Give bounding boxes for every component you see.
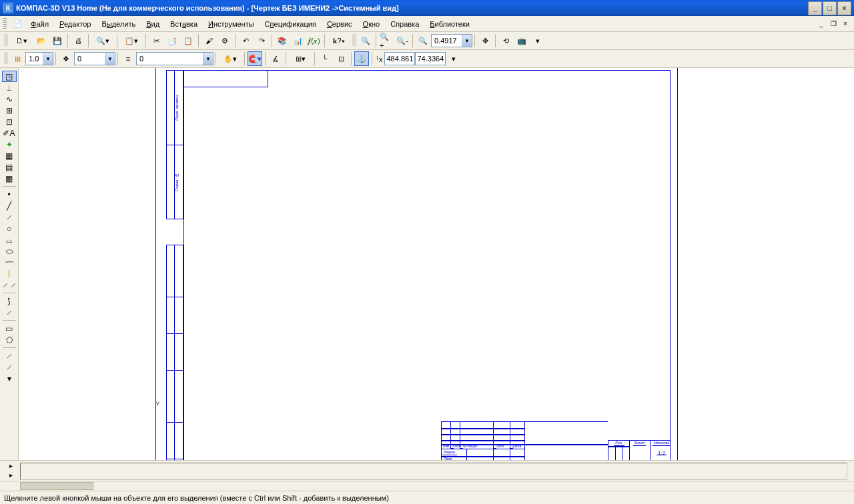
minimize-button[interactable]: _ (808, 1, 822, 15)
circle-button[interactable]: ○ (2, 223, 17, 234)
ellipse-button[interactable]: ⬭ (2, 245, 17, 257)
property-tab-2[interactable]: ▸ (4, 471, 17, 481)
menu-editor[interactable]: Редактор (54, 18, 96, 30)
menu-spec[interactable]: Спецификация (260, 18, 322, 30)
geometry-panel-button[interactable]: ◳ (2, 71, 17, 82)
copy-button[interactable]: 📑 (165, 33, 179, 48)
layer-combo[interactable]: 0 ▼ (74, 52, 115, 65)
zoom-window-button[interactable]: 🔍 (358, 33, 373, 48)
more-button[interactable]: ▾ (446, 51, 461, 66)
state-button[interactable]: ⊞ (10, 51, 25, 66)
close-button[interactable]: × (837, 1, 851, 15)
insert-panel-button[interactable]: ▦ (2, 173, 17, 184)
line-button[interactable]: ╱ (2, 200, 17, 211)
title-block[interactable]: Изм Лист № докум. Подп. Дата (441, 421, 671, 460)
property-scrollbar[interactable] (0, 481, 854, 491)
manager-button[interactable]: 📊 (291, 33, 306, 48)
more-button[interactable]: ▾ (530, 33, 545, 48)
bezier-button[interactable]: ⦚ (2, 268, 17, 279)
menu-service[interactable]: Сервис (322, 18, 358, 30)
rectangle-button[interactable]: ▭ (2, 323, 17, 334)
maximize-button[interactable]: □ (823, 1, 837, 15)
zoom-dynamic-button[interactable]: 🔍 (416, 33, 430, 48)
ortho-button[interactable]: └ (318, 51, 332, 66)
menu-view[interactable]: Вид (141, 18, 165, 30)
arc-button[interactable]: ⌓ (2, 234, 17, 245)
variables-button[interactable]: 𝒇(𝒙) (307, 33, 322, 48)
dimension-button[interactable]: ∡ (268, 51, 283, 66)
separator (412, 34, 413, 47)
menu-file[interactable]: ФФайлайл (25, 18, 54, 30)
select-panel-button[interactable]: ✦ (2, 139, 17, 150)
hatch-button[interactable]: ⟋⟋ (2, 279, 17, 291)
properties-button[interactable]: ⚙ (218, 33, 232, 48)
paste-button[interactable]: 📋 (181, 33, 195, 48)
separator (265, 52, 266, 65)
mdi-minimize-button[interactable]: _ (816, 19, 827, 29)
zoom-out-button[interactable]: 🔍- (395, 33, 410, 48)
open-button[interactable]: 📂 (34, 33, 49, 48)
round-button[interactable]: ⊡ (334, 51, 348, 66)
scroll-thumb[interactable] (20, 482, 93, 490)
dropdown-arrow-icon[interactable]: ▼ (43, 53, 53, 65)
measure-panel-button[interactable]: ✐A (2, 127, 17, 139)
chamfer-button[interactable]: ⟋ (2, 307, 17, 318)
dropdown-arrow-icon[interactable]: ▼ (203, 53, 213, 65)
preview-button[interactable]: 🔍▾ (91, 33, 114, 48)
menu-window[interactable]: Окно (358, 18, 386, 30)
spline-button[interactable]: 〰 (2, 257, 17, 268)
menu-select[interactable]: Выделить (96, 18, 141, 30)
scale-combo[interactable]: 1.0 ▼ (25, 52, 53, 65)
cut-button[interactable]: ✂ (149, 33, 163, 48)
aux-line-button[interactable]: ⟋ (2, 211, 17, 223)
params-panel-button[interactable]: ⊡ (2, 116, 17, 127)
local-cs-button[interactable]: ⚓ (354, 51, 369, 66)
copy-props-button[interactable]: 🖌 (201, 33, 216, 48)
help-button[interactable]: 𝐤?▾ (328, 33, 350, 48)
symbols-panel-button[interactable]: ∿ (2, 93, 17, 105)
pan-button[interactable]: ✥ (478, 33, 492, 48)
undo-button[interactable]: ↶ (238, 33, 253, 48)
collect-button[interactable]: ▾ (2, 373, 17, 384)
dimensions-panel-button[interactable]: ⟂ (2, 82, 17, 93)
polygon-button[interactable]: ⬠ (2, 334, 17, 345)
axis-y-icon: ⋎ (155, 400, 160, 407)
refresh-button[interactable]: 📺 (514, 33, 529, 48)
equidist-button[interactable]: ⟋ (2, 361, 17, 373)
doc-icon[interactable]: 📄 (10, 17, 25, 31)
grid-button[interactable]: ⊞▾ (289, 51, 312, 66)
property-tab-1[interactable]: ▸ (4, 462, 17, 471)
zoom-combo[interactable]: 0.4917 ▼ (431, 34, 472, 47)
coord-y-field[interactable]: 74.3364 (415, 52, 446, 65)
save-button[interactable]: 💾 (50, 33, 65, 48)
menu-insert[interactable]: Вставка (165, 18, 203, 30)
props-button[interactable]: 📋▾ (120, 33, 143, 48)
menu-tools[interactable]: Инструменты (203, 18, 260, 30)
stop-button[interactable]: ✋▾ (219, 51, 242, 66)
menu-libs[interactable]: Библиотеки (424, 18, 475, 30)
coord-x-field[interactable]: 484.861 (384, 52, 415, 65)
drawing-canvas[interactable]: Перв. примен. Справ. № (19, 68, 854, 460)
point-button[interactable]: • (2, 189, 17, 200)
print-button[interactable]: 🖨 (71, 33, 85, 48)
redo-button[interactable]: ↷ (254, 33, 269, 48)
mdi-restore-button[interactable]: ❐ (828, 19, 839, 29)
zoom-prev-button[interactable]: ⟲ (498, 33, 513, 48)
fillet-button[interactable]: ⟆ (2, 295, 17, 307)
mdi-close-button[interactable]: × (840, 19, 851, 29)
property-content[interactable] (20, 463, 847, 480)
dropdown-arrow-icon[interactable]: ▼ (105, 53, 115, 65)
new-button[interactable]: 🗋▾ (10, 33, 33, 48)
dropdown-arrow-icon[interactable]: ▼ (462, 35, 472, 47)
spec-panel-button[interactable]: ▦ (2, 150, 17, 161)
contour-button[interactable]: ⟋ (2, 350, 17, 361)
menu-help[interactable]: Справка (385, 18, 424, 30)
linestyle-combo[interactable]: 0 ▼ (136, 52, 214, 65)
edit-panel-button[interactable]: ⊞ (2, 105, 17, 116)
reports-panel-button[interactable]: ▤ (2, 161, 17, 173)
layer-button[interactable]: ❖ (59, 51, 73, 66)
library-button[interactable]: 📚 (275, 33, 290, 48)
zoom-in-button[interactable]: 🔍+ (379, 33, 394, 48)
linestyle-button[interactable]: ≡ (121, 51, 135, 66)
snap-button[interactable]: 🧲▾ (248, 51, 262, 66)
